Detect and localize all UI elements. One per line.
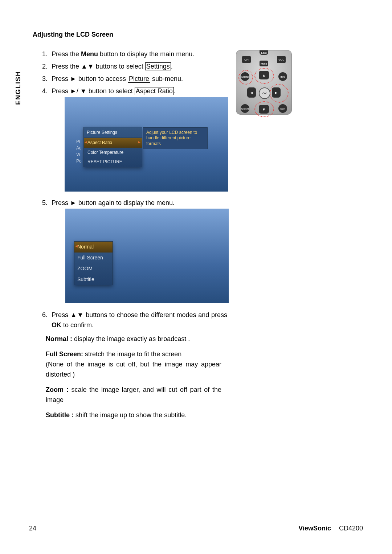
manual-page: ENGLISH Adjusting the LCD Screen Press t…: [0, 0, 392, 554]
page-footer: 24 ViewSonicCD4200: [0, 525, 392, 532]
step-2-text-b: .: [171, 63, 173, 70]
osd1-item-color-temp[interactable]: Color Temperature: [84, 148, 142, 157]
osd1-left-labels: Pi Au Vi Po: [76, 138, 82, 164]
step-6: Press ▲▼ buttons to choose the different…: [49, 310, 309, 331]
osd1-menu-title: Picture Settings: [84, 127, 142, 138]
step-5-text: Press ► button again to display the menu…: [52, 199, 175, 206]
mode-fullscreen-text1: stretch the image to fit the screen: [83, 350, 181, 358]
osd1-item-aspect-ratio[interactable]: Aspect Ratio: [84, 138, 142, 148]
mode-zoom: Zoom : scale the image larger, and will …: [46, 385, 221, 405]
page-number: 24: [29, 525, 36, 532]
mode-fullscreen-label: Full Screen:: [46, 350, 83, 358]
step-1-bold: Menu: [81, 50, 98, 58]
step-2-text-a: Press the ▲▼ buttons to select: [52, 63, 145, 70]
osd2-item-fullscreen[interactable]: Full Screen: [74, 253, 113, 263]
mode-normal-label: Normal :: [46, 335, 72, 342]
section-heading: Adjusting the LCD Screen: [33, 31, 309, 38]
mode-normal: Normal : display the image exactly as br…: [46, 334, 221, 344]
osd1-description: Adjust your LCD screen to handle differe…: [143, 127, 208, 149]
step-1-text-a: Press the: [52, 50, 81, 58]
osd2-panel: Normal Full Screen ZOOM Subtitle: [74, 241, 113, 285]
remote-left-button[interactable]: ◄: [247, 87, 256, 98]
osd2-item-subtitle[interactable]: Subtitle: [74, 274, 113, 285]
remote-mute-button[interactable]: Mute: [260, 61, 268, 66]
step-5: Press ► button again to display the menu…: [49, 198, 309, 303]
remote-control-image: Last CH Mute VOL Menu Info ▲ ◄ OK ► ▼ Gu…: [236, 50, 292, 115]
step-3-text-a: Press ► button to access: [52, 75, 128, 82]
remote-highlight-down-icon: [254, 101, 274, 117]
step-6-bold: OK: [52, 321, 61, 329]
remote-highlight-right-icon: [270, 84, 289, 103]
mode-subtitle: Subtitle : shift the image up to show th…: [46, 410, 221, 420]
footer-brand: ViewSonic: [298, 525, 331, 532]
step-6-text-a: Press ▲▼ buttons to choose the different…: [52, 311, 227, 319]
osd1-left-label: Au: [76, 145, 82, 151]
mode-zoom-label: Zoom :: [46, 386, 69, 393]
remote-exit-button[interactable]: Exit: [278, 104, 287, 113]
osd-screenshot-1: Pi Au Vi Po Picture Settings Aspect Rati…: [65, 97, 228, 192]
osd1-left-label: Pi: [76, 138, 82, 145]
remote-info-button[interactable]: Info: [278, 72, 287, 81]
mode-zoom-text: scale the image larger, and will cut off…: [46, 386, 221, 403]
remote-ch-button[interactable]: CH: [242, 56, 251, 63]
language-side-label: ENGLISH: [15, 71, 22, 105]
step-1-text-b: button to display the main menu.: [98, 50, 194, 58]
footer-right: ViewSonicCD4200: [298, 525, 363, 532]
osd1-left-label: Po: [76, 158, 82, 164]
step-3-text-b: sub-menu.: [150, 75, 183, 82]
remote-highlight-menu-icon: [238, 70, 253, 85]
osd2-item-zoom[interactable]: ZOOM: [74, 263, 113, 274]
mode-subtitle-text: shift the image up to show the subtitle.: [74, 411, 187, 419]
remote-guide-button[interactable]: Guide: [241, 104, 249, 113]
remote-last-button[interactable]: Last: [260, 50, 268, 55]
osd1-panel: Picture Settings Aspect Ratio Color Temp…: [83, 127, 142, 167]
step-4-text-b: .: [174, 87, 176, 95]
mode-subtitle-label: Subtitle :: [46, 411, 74, 419]
footer-model: CD4200: [339, 525, 363, 532]
osd-screenshot-2: Normal Full Screen ZOOM Subtitle: [65, 209, 229, 303]
remote-highlight-up-icon: [254, 68, 274, 84]
remote-vol-button[interactable]: VOL: [277, 56, 286, 63]
mode-fullscreen-text2: (None of the image is cut off, but the i…: [46, 361, 221, 378]
mode-normal-text: display the image exactly as broadcast .: [72, 335, 190, 342]
remote-ok-button[interactable]: OK: [259, 87, 270, 99]
step-6-text-b: to confirm.: [61, 321, 94, 329]
step-3-box: Picture: [128, 75, 150, 83]
osd1-item-reset[interactable]: RESET PICTURE: [84, 157, 142, 167]
osd2-item-normal[interactable]: Normal: [74, 242, 113, 253]
step-4-box: Aspect Ratio: [135, 87, 174, 95]
step-2-box: Settings: [145, 62, 171, 70]
osd1-left-label: Vi: [76, 151, 82, 158]
mode-fullscreen: Full Screen: stretch the image to fit th…: [46, 349, 221, 380]
step-4-text-a: Press ►/ ▼ button to select: [52, 87, 135, 95]
